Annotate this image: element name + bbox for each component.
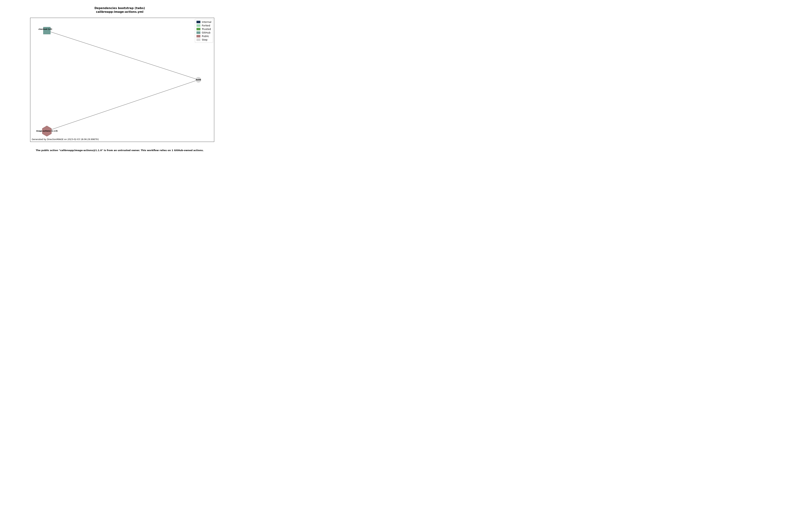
graph-svg: checkout [v3] image-actions [1.1.0] buil… [30,18,214,142]
chart-title-line1: Dependencies bootstrap (twbs) [0,6,240,10]
legend-item: Forked [196,24,211,27]
edge [47,31,198,80]
node-label: image-actions [1.1.0] [36,130,57,132]
plot-frame: checkout [v3] image-actions [1.1.0] buil… [30,18,214,142]
footer-warning: The public action "calibreapp/image-acti… [0,149,240,152]
legend-swatch-icon [196,21,201,23]
legend-item: Step [196,38,211,41]
legend-swatch-icon [196,35,201,37]
legend-label: Internal [202,20,211,24]
legend-item: Trusted [196,27,211,31]
page: Dependencies bootstrap (twbs) calibreapp… [0,0,240,159]
legend-label: GitHub [202,31,210,34]
legend: Internal Forked Trusted GitHub Public St… [195,19,213,43]
chart-title-line2: calibreapp-image-actions.yml [0,10,240,14]
legend-label: Public [202,34,209,38]
legend-swatch-icon [196,32,201,34]
legend-item: Internal [196,20,211,24]
legend-label: Forked [202,24,210,27]
legend-swatch-icon [196,24,201,27]
legend-swatch-icon [196,28,201,30]
legend-swatch-icon [196,38,201,41]
generated-text: Generated by DirectionMIAGE on 2023-02-0… [32,138,99,140]
node-label: checkout [v3] [38,28,52,30]
edge [47,80,198,131]
legend-label: Step [202,38,208,41]
legend-item: Public [196,34,211,38]
chart-title: Dependencies bootstrap (twbs) calibreapp… [0,6,240,14]
edges [47,31,198,131]
node-image-actions: image-actions [1.1.0] [36,126,57,136]
node-label: build [196,79,201,81]
node-build: build [196,77,201,82]
legend-item: GitHub [196,31,211,34]
legend-label: Trusted [202,27,211,31]
node-checkout: checkout [v3] [38,27,52,34]
